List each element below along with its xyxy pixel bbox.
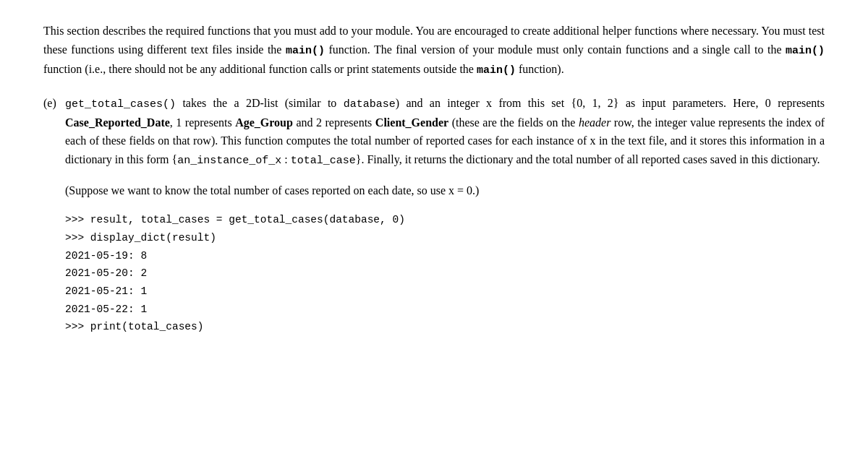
code-line-6: 2021-05-22: 1 [65,301,825,319]
code-line-4: 2021-05-20: 2 [65,264,825,283]
suppose-paragraph: (Suppose we want to know the total numbe… [65,181,825,200]
content-wrapper: This section describes the required func… [43,22,825,336]
main-function-bold-2: main() [786,45,825,57]
section-e-description: get_total_cases() takes the a 2D-list (s… [65,94,825,170]
main-function-bold-1: main() [286,45,325,57]
code-block: >>> result, total_cases = get_total_case… [65,211,825,335]
database-mono: database [344,98,396,111]
code-line-7: >>> print(total_cases) [65,318,825,336]
main-function-bold-3: main() [477,64,516,77]
total-case-mono: total_case [291,155,356,167]
takes-text: takes the a 2D-list (similar to database… [65,97,825,165]
client-gender-bold: Client_Gender [375,116,448,129]
header-italic: header [579,116,610,129]
case-reported-bold: Case_Reported_Date [65,116,170,129]
code-line-3: 2021-05-19: 8 [65,247,825,265]
label-paren: (e) [43,97,59,109]
an-instance-mono: an_instance_of_x [177,155,281,167]
section-e: (e) get_total_cases() takes the a 2D-lis… [43,94,825,336]
code-line-1: >>> result, total_cases = get_total_case… [65,211,825,229]
code-line-5: 2021-05-21: 1 [65,283,825,301]
code-line-2: >>> display_dict(result) [65,229,825,247]
section-e-label: (e) [43,94,65,336]
age-group-bold: Age_Group [235,116,293,129]
section-e-content: get_total_cases() takes the a 2D-list (s… [65,94,825,336]
intro-paragraph: This section describes the required func… [43,22,825,79]
get-total-cases-fn: get_total_cases() [65,98,176,111]
